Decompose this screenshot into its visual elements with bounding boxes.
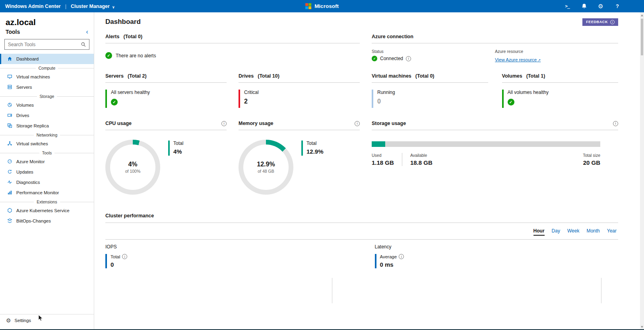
updates-icon [7, 169, 13, 175]
drives-card[interactable]: Drives (Total 10) Critical 2 [239, 73, 360, 108]
memory-legend-label: Total [306, 141, 324, 146]
volumes-card[interactable]: Volumes (Total 1) All volumes healthy [502, 73, 619, 108]
legend-bar [168, 141, 170, 156]
sidebar-item-performance-monitor[interactable]: Performance Monitor [0, 187, 94, 198]
sidebar-section-compute: Compute [0, 66, 94, 70]
storage-used-label: Used [372, 153, 394, 158]
feedback-button[interactable]: FEEDBACK [582, 18, 618, 26]
sidebar-item-label: Performance Monitor [16, 190, 59, 195]
sidebar-item-virtual-machines[interactable]: Virtual machines [0, 72, 94, 82]
scrollbar-thumb[interactable] [641, 19, 643, 55]
info-icon[interactable] [221, 121, 227, 126]
scroll-down-arrow[interactable] [641, 326, 643, 328]
sidebar-item-virtual-switches[interactable]: Virtual switches [0, 139, 94, 149]
vms-title: Virtual machines [372, 73, 411, 79]
azure-resource-label: Azure resource [495, 49, 618, 54]
biitops-icon [7, 218, 13, 224]
vms-status: Running [377, 90, 395, 95]
storage-progress-bar [372, 141, 600, 147]
sidebar-item-volumes[interactable]: Volumes [0, 100, 94, 110]
tab-month[interactable]: Month [586, 228, 599, 236]
storage-used-value: 1.18 GB [372, 159, 394, 166]
sidebar-item-updates[interactable]: Updates [0, 167, 94, 177]
tab-day[interactable]: Day [552, 228, 560, 236]
azure-status-value: Connected [380, 56, 403, 61]
legend-bar [375, 254, 376, 268]
cluster-performance-title: Cluster performance [105, 213, 618, 223]
sidebar-item-storage-replica[interactable]: Storage Replica [0, 121, 94, 131]
storage-replica-icon [7, 123, 13, 129]
sidebar-item-label: Virtual switches [16, 141, 48, 146]
info-icon[interactable] [122, 254, 127, 259]
settings-label: Settings [15, 318, 31, 323]
feedback-label: FEEDBACK [586, 20, 608, 24]
healthy-bar [105, 90, 107, 108]
scroll-up-arrow[interactable] [641, 14, 643, 16]
info-icon [610, 20, 615, 24]
tab-hour[interactable]: Hour [533, 228, 545, 236]
microsoft-brand[interactable]: Microsoft [314, 3, 339, 9]
servers-card[interactable]: Servers (Total 2) All servers healthy [105, 73, 227, 108]
info-icon[interactable] [399, 254, 404, 259]
view-azure-resource-link[interactable]: View Azure resource [495, 57, 541, 62]
sidebar-section-storage: Storage [0, 94, 94, 99]
iops-value: 0 [111, 261, 127, 268]
sidebar-item-label: Azure Kubernetes Service [16, 208, 70, 213]
volumes-total: (Total 1) [526, 73, 545, 79]
alerts-total: (Total 0) [123, 34, 142, 39]
home-icon [7, 56, 13, 62]
storage-progress-fill [372, 141, 385, 147]
volumes-icon [7, 102, 13, 108]
microsoft-logo-icon [305, 3, 311, 9]
collapse-sidebar-icon[interactable] [86, 28, 88, 35]
cpu-legend-label: Total [173, 141, 183, 146]
sidebar-item-azure-monitor[interactable]: Azure Monitor [0, 156, 94, 167]
sidebar-item-biitops-changes[interactable]: BiitOps-Changes [0, 216, 94, 226]
critical-bar [239, 90, 240, 108]
diagnostics-icon [7, 180, 13, 185]
cluster-performance-section: Cluster performance Hour Day Week Month … [105, 213, 618, 299]
tools-heading: Tools [6, 29, 20, 35]
gear-icon [6, 318, 11, 323]
settings-gear-icon[interactable] [597, 3, 604, 10]
sidebar-item-label: BiitOps-Changes [16, 219, 51, 223]
info-icon[interactable] [355, 121, 360, 126]
vertical-scrollbar[interactable] [640, 12, 644, 330]
azure-connection-card: Azure connection Status Connected Azure … [372, 34, 618, 63]
volumes-title: Volumes [502, 73, 522, 79]
virtual-switches-icon [7, 141, 13, 146]
sidebar-item-drives[interactable]: Drives [0, 110, 94, 121]
chevron-down-icon [112, 4, 115, 9]
sidebar-item-dashboard[interactable]: Dashboard [0, 54, 94, 64]
memory-usage-card: Memory usage 12.9% of 48 GB [239, 121, 360, 195]
sidebar-item-settings[interactable]: Settings [0, 314, 94, 328]
virtual-machines-card[interactable]: Virtual machines (Total 0) Running 0 [372, 73, 488, 108]
app-title[interactable]: Windows Admin Center [5, 4, 61, 9]
vms-total: (Total 0) [415, 73, 435, 79]
alerts-message: There are no alerts [116, 53, 156, 59]
cpu-usage-card: CPU usage 4% of 100% [105, 121, 227, 195]
search-input[interactable] [5, 42, 81, 47]
solution-switcher[interactable]: Cluster Manager [71, 4, 115, 9]
tools-search[interactable] [4, 39, 89, 50]
alerts-card: Alerts (Total 0) There are no alerts [105, 34, 360, 63]
healthy-bar [502, 90, 504, 108]
sidebar-item-azure-kubernetes-service[interactable]: Azure Kubernetes Service [0, 205, 94, 216]
info-icon[interactable] [406, 56, 411, 61]
iops-label: IOPS [105, 244, 349, 250]
drives-status: Critical [244, 90, 259, 95]
sidebar-item-label: Drives [16, 113, 29, 118]
sidebar-item-servers[interactable]: Servers [0, 82, 94, 92]
connected-check-icon [372, 56, 377, 61]
healthy-check-icon [111, 99, 118, 105]
powershell-console-icon[interactable] [564, 3, 571, 10]
notifications-bell-icon[interactable] [580, 3, 588, 10]
sidebar-section-networking: Networking [0, 133, 94, 137]
memory-usage-title: Memory usage [239, 121, 274, 126]
tab-week[interactable]: Week [567, 228, 579, 236]
info-icon[interactable] [613, 121, 618, 126]
help-icon[interactable] [614, 3, 621, 10]
cpu-legend-value: 4% [173, 148, 183, 155]
sidebar-item-diagnostics[interactable]: Diagnostics [0, 177, 94, 187]
tab-year[interactable]: Year [607, 228, 617, 236]
